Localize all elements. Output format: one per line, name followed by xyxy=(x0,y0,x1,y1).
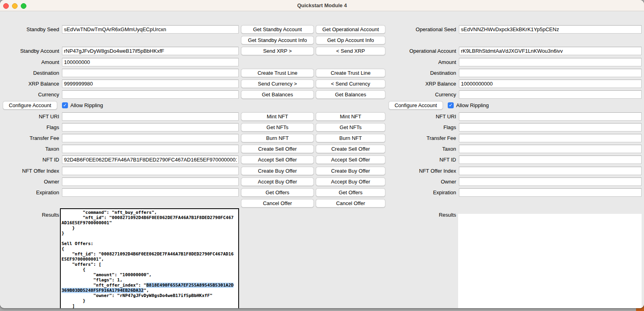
standby-cancel-offer-button[interactable]: Cancel Offer xyxy=(241,199,314,207)
standby-get-nfts-button[interactable]: Get NFTs xyxy=(241,123,314,132)
operational-nft-id-label: NFT ID xyxy=(384,156,456,164)
standby-results-text: "command": "nft_buy_offers", "nft_id": "… xyxy=(61,209,238,308)
op-send-xrp-button[interactable]: < Send XRP xyxy=(316,47,385,55)
op-create-sell-offer-button[interactable]: Create Sell Offer xyxy=(316,145,385,153)
op-accept-buy-offer-button[interactable]: Accept Buy Offer xyxy=(316,177,385,186)
standby-nft-uri-input[interactable] xyxy=(62,112,239,121)
op-configure-account-button[interactable]: Configure Account xyxy=(389,101,443,110)
operational-seed-label: Operational Seed xyxy=(384,25,456,34)
op-accept-sell-offer-button[interactable]: Accept Sell Offer xyxy=(316,156,385,164)
operational-results-textarea[interactable] xyxy=(458,214,642,308)
operational-currency-label: Currency xyxy=(384,90,456,99)
standby-results-label: Results xyxy=(0,211,59,219)
standby-get-balances-button[interactable]: Get Balances xyxy=(241,90,314,99)
standby-configure-account-button[interactable]: Configure Account xyxy=(3,101,57,110)
get-operational-account-button[interactable]: Get Operational Account xyxy=(316,25,385,34)
operational-destination-input[interactable] xyxy=(459,69,642,77)
operational-nft-offer-index-input[interactable] xyxy=(459,167,642,175)
op-get-nfts-button[interactable]: Get NFTs xyxy=(316,123,385,132)
op-burn-nft-button[interactable]: Burn NFT xyxy=(316,134,385,142)
standby-account-input[interactable] xyxy=(62,47,239,55)
operational-seed-input[interactable] xyxy=(459,25,642,34)
standby-owner-input[interactable] xyxy=(62,177,239,186)
operational-nft-uri-input[interactable] xyxy=(459,112,642,121)
results-text-before-selection: "command": "nft_buy_offers", "nft_id": "… xyxy=(62,210,233,288)
standby-expiration-label: Expiration xyxy=(0,188,59,197)
standby-create-trust-line-button[interactable]: Create Trust Line xyxy=(241,69,314,77)
standby-nft-id-label: NFT ID xyxy=(0,156,59,164)
standby-xrp-balance-input[interactable] xyxy=(62,80,239,88)
standby-allow-rippling-label: Allow Rippling xyxy=(70,102,103,108)
standby-destination-label: Destination xyxy=(0,69,59,77)
operational-account-label: Operational Account xyxy=(384,47,456,55)
op-cancel-offer-button[interactable]: Cancel Offer xyxy=(316,199,385,207)
standby-results-textarea[interactable]: "command": "nft_buy_offers", "nft_id": "… xyxy=(60,208,239,308)
operational-owner-label: Owner xyxy=(384,177,456,186)
operational-xrp-balance-input[interactable] xyxy=(459,80,642,88)
operational-nft-id-input[interactable] xyxy=(459,156,642,164)
standby-currency-label: Currency xyxy=(0,90,59,99)
standby-create-buy-offer-button[interactable]: Create Buy Offer xyxy=(241,167,314,175)
standby-mint-nft-button[interactable]: Mint NFT xyxy=(241,112,314,121)
window-body: Standby Seed Standby Account Amount Dest… xyxy=(0,11,644,308)
operational-amount-input[interactable] xyxy=(459,58,642,66)
standby-allow-rippling: ✓ Allow Rippling xyxy=(62,101,103,110)
standby-accept-sell-offer-button[interactable]: Accept Sell Offer xyxy=(241,156,314,164)
standby-seed-label: Standby Seed xyxy=(0,25,59,34)
titlebar: Quickstart Module 4 xyxy=(0,0,644,11)
operational-owner-input[interactable] xyxy=(459,177,642,186)
desktop: Quickstart Module 4 Standby Seed Standby… xyxy=(0,0,644,311)
standby-taxon-label: Taxon xyxy=(0,145,59,153)
get-standby-account-info-button[interactable]: Get Standby Account Info xyxy=(241,36,314,44)
standby-get-offers-button[interactable]: Get Offers xyxy=(241,188,314,197)
operational-results-label: Results xyxy=(384,211,456,219)
standby-destination-input[interactable] xyxy=(62,69,239,77)
operational-account-input[interactable] xyxy=(459,47,642,55)
standby-seed-input[interactable] xyxy=(62,25,239,34)
op-allow-rippling: ✓ Allow Rippling xyxy=(448,101,489,110)
standby-expiration-input[interactable] xyxy=(62,188,239,197)
operational-destination-label: Destination xyxy=(384,69,456,77)
operational-results-text xyxy=(458,214,642,215)
standby-send-currency-button[interactable]: Send Currency > xyxy=(241,80,314,88)
standby-transfer-fee-input[interactable] xyxy=(62,134,239,142)
op-allow-rippling-label: Allow Rippling xyxy=(456,102,489,108)
operational-transfer-fee-label: Transfer Fee xyxy=(384,134,456,142)
get-op-account-info-button[interactable]: Get Op Account Info xyxy=(316,36,385,44)
standby-send-xrp-button[interactable]: Send XRP > xyxy=(241,47,314,55)
standby-transfer-fee-label: Transfer Fee xyxy=(0,134,59,142)
standby-nft-offer-index-input[interactable] xyxy=(62,167,239,175)
op-create-trust-line-button[interactable]: Create Trust Line xyxy=(316,69,385,77)
operational-taxon-input[interactable] xyxy=(459,145,642,153)
op-create-buy-offer-button[interactable]: Create Buy Offer xyxy=(316,167,385,175)
operational-nft-uri-label: NFT URI xyxy=(384,112,456,121)
op-allow-rippling-checkbox[interactable]: ✓ xyxy=(448,102,454,108)
app-window: Quickstart Module 4 Standby Seed Standby… xyxy=(0,0,644,308)
standby-nft-uri-label: NFT URI xyxy=(0,112,59,121)
standby-burn-nft-button[interactable]: Burn NFT xyxy=(241,134,314,142)
standby-taxon-input[interactable] xyxy=(62,145,239,153)
op-get-offers-button[interactable]: Get Offers xyxy=(316,188,385,197)
standby-accept-buy-offer-button[interactable]: Accept Buy Offer xyxy=(241,177,314,186)
standby-currency-input[interactable] xyxy=(62,90,239,99)
standby-allow-rippling-checkbox[interactable]: ✓ xyxy=(62,102,68,108)
operational-amount-label: Amount xyxy=(384,58,456,66)
standby-amount-label: Amount xyxy=(0,58,59,66)
operational-expiration-input[interactable] xyxy=(459,188,642,197)
op-mint-nft-button[interactable]: Mint NFT xyxy=(316,112,385,121)
operational-transfer-fee-input[interactable] xyxy=(459,134,642,142)
standby-owner-label: Owner xyxy=(0,177,59,186)
standby-nft-offer-index-label: NFT Offer Index xyxy=(0,167,59,175)
window-title: Quickstart Module 4 xyxy=(0,0,644,11)
operational-expiration-label: Expiration xyxy=(384,188,456,197)
standby-nft-id-input[interactable] xyxy=(62,156,239,164)
op-get-balances-button[interactable]: Get Balances xyxy=(316,90,385,99)
standby-amount-input[interactable] xyxy=(62,58,239,66)
standby-flags-label: Flags xyxy=(0,123,59,132)
operational-currency-input[interactable] xyxy=(459,90,642,99)
op-send-currency-button[interactable]: < Send Currency xyxy=(316,80,385,88)
operational-flags-input[interactable] xyxy=(459,123,642,132)
standby-flags-input[interactable] xyxy=(62,123,239,132)
standby-create-sell-offer-button[interactable]: Create Sell Offer xyxy=(241,145,314,153)
get-standby-account-button[interactable]: Get Standby Account xyxy=(241,25,314,34)
